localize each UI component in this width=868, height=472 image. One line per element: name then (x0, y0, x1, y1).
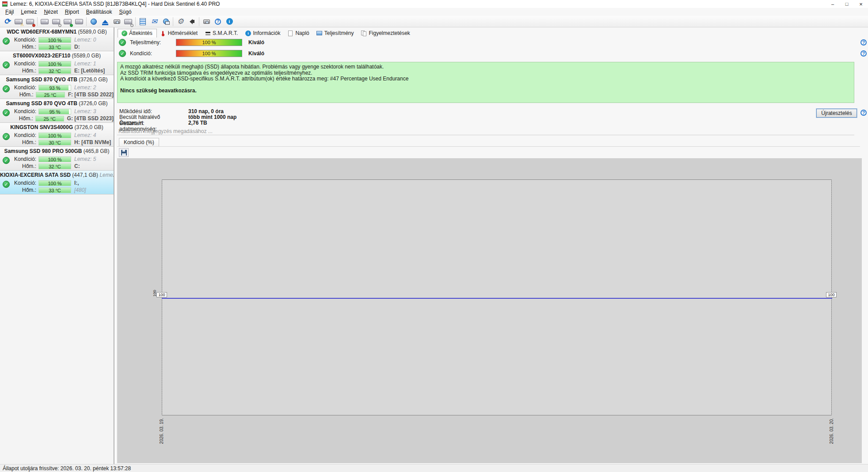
comment-field[interactable]: Kattintson megjegyzés megadásához ... (117, 128, 854, 135)
disk-entry-2[interactable]: Samsung SSD 870 QVO 4TB (3726,0 GB) Kond… (0, 75, 114, 99)
gridline (162, 179, 162, 415)
disk-entry-4[interactable]: KINGSTON SNV3S4000G (3726,0 GB) Kondíció… (0, 123, 114, 147)
menu-lemez[interactable]: Lemez (17, 8, 40, 15)
gridline (831, 179, 832, 415)
disk-offline-icon[interactable] (73, 16, 85, 27)
tab-informaciok[interactable]: Információk (242, 29, 284, 38)
temp-bar: 32 °C (38, 164, 71, 169)
save-chart-button[interactable] (119, 148, 129, 157)
camera-disk-icon[interactable] (111, 16, 122, 27)
disk-size: (447,1 GB) (72, 172, 98, 178)
tab-attekintes[interactable]: Áttekintés (118, 29, 157, 38)
health-ok-icon (3, 133, 10, 140)
drive-letter: F: [4TB SSD 2022] (68, 91, 114, 98)
summary-line: A kondíciót a következő SSD-specifikus S… (120, 76, 851, 82)
disk-usb-icon[interactable] (122, 16, 134, 27)
temp-bar: 25 °C (36, 92, 65, 98)
disk-warning-icon[interactable] (13, 16, 24, 27)
help-icon[interactable] (860, 39, 867, 46)
disk-name: KINGSTON SNV3S4000G (10, 124, 73, 130)
disk-report-icon[interactable] (24, 16, 36, 27)
x-axis-date-label: 2026. 03. 20. (829, 418, 834, 444)
window-title: Lemez: 6, KIOXIA-EXCERIA SATA SSD [81JB7… (10, 1, 220, 7)
menu-sugo[interactable]: Súgó (115, 8, 135, 15)
pages-icon (361, 30, 367, 36)
disk-size: (3726,0 GB) (79, 100, 107, 107)
tab-homerseklet[interactable]: Hőmérséklet (157, 29, 202, 38)
status-text: Állapot utoljára frissítve: 2026. 03. 20… (3, 465, 131, 472)
summary-line: A mozgó alkatrész nélküli meghajtó (SSD)… (120, 64, 851, 70)
close-button[interactable] (854, 0, 868, 8)
screenshot-camera-icon[interactable] (201, 16, 212, 27)
disk-clock-icon[interactable] (50, 16, 62, 27)
menu-fajl[interactable]: Fájl (2, 8, 17, 15)
condition-label: Kondíció: (11, 156, 36, 162)
title-bar: Lemez: 6, KIOXIA-EXCERIA SATA SSD [81JB7… (0, 0, 868, 8)
condition-bar: 100 % (176, 50, 242, 57)
temp-label: Hőm.: (11, 139, 36, 145)
toolbar-separator (37, 17, 38, 26)
condition-label: Kondíció: (11, 108, 36, 114)
notes-icon[interactable] (137, 16, 148, 27)
summary-line: Az SSD TRIM funkciója támogatva és enged… (120, 70, 851, 76)
toolbar-separator (135, 17, 136, 26)
temp-bar: 25 °C (35, 116, 64, 122)
retest-button[interactable]: Újratesztelés (816, 109, 857, 118)
condition-bar: 100 % (38, 37, 71, 43)
drive-letter: D: (74, 44, 80, 50)
tab-naplo[interactable]: Napló (284, 29, 313, 38)
condition-rating: Kiváló (248, 50, 264, 57)
disk-entry-0[interactable]: WDC WD60EFRX-68MYMN1 (5589,0 GB) Kondíci… (0, 27, 114, 51)
eject-icon[interactable] (99, 16, 111, 27)
disk-entry-1[interactable]: ST6000VX0023-2EF110 (5589,0 GB) Kondíció… (0, 51, 114, 75)
condition-label: Kondíció: (11, 180, 36, 186)
mail-icon[interactable] (148, 16, 160, 27)
app-window: Lemez: 6, KIOXIA-EXCERIA SATA SSD [81JB7… (0, 0, 868, 472)
refresh-icon[interactable] (1, 16, 13, 27)
health-ok-icon (3, 38, 10, 45)
condition-label: Kondíció: (11, 132, 36, 138)
minimize-button[interactable] (826, 0, 840, 8)
settings-gear-icon[interactable] (175, 16, 186, 27)
x-axis-date-label: 2026. 03. 19. (159, 418, 164, 444)
health-summary-box: A mozgó alkatrész nélküli meghajtó (SSD)… (117, 62, 854, 103)
temp-bar: 33 °C (38, 44, 71, 50)
main-panel: Áttekintés Hőmérséklet S.M.A.R.T. Inform… (115, 27, 868, 464)
disk-entry-6-selected[interactable]: KIOXIA-EXCERIA SATA SSD (447,1 GB) Lemez… (0, 171, 114, 194)
health-ok-icon (3, 157, 10, 164)
network-globe-icon[interactable] (160, 16, 171, 27)
tab-smart[interactable]: S.M.A.R.T. (202, 29, 242, 38)
help-icon[interactable] (860, 50, 867, 57)
info-circle-icon (245, 30, 251, 36)
condition-label: Kondíció: (11, 84, 36, 91)
menu-beallitasok[interactable]: Beállítások (83, 8, 116, 15)
check-circle-icon (119, 39, 126, 46)
condition-bar: 100 % (38, 180, 71, 186)
disk-entry-3[interactable]: Samsung SSD 870 QVO 4TB (3726,0 GB) Kond… (0, 99, 114, 123)
help-icon[interactable] (860, 110, 867, 116)
tab-bar: Áttekintés Hőmérséklet S.M.A.R.T. Inform… (118, 29, 414, 38)
tab-figyelmeztetesek[interactable]: Figyelmeztetések (358, 29, 414, 38)
tab-teljesitmeny[interactable]: Teljesítmény (313, 29, 358, 38)
disk-name: WDC WD60EFRX-68MYMN1 (7, 29, 76, 35)
condition-label: Kondíció: (11, 61, 36, 67)
sound-icon[interactable] (186, 16, 198, 27)
disk-number: Lemez: 3 (74, 108, 96, 114)
disk-size: (3726,0 GB) (74, 124, 103, 130)
info-icon[interactable] (224, 16, 235, 27)
condition-line (162, 298, 832, 299)
stat-power-on-time: Működési idő: 310 nap, 0 óra (119, 108, 429, 114)
help-icon[interactable] (212, 16, 224, 27)
disk-ok-icon[interactable] (62, 16, 73, 27)
menu-nezet[interactable]: Nézet (40, 8, 61, 15)
menu-riport[interactable]: Riport (61, 8, 83, 15)
maximize-button[interactable] (840, 0, 854, 8)
disk-entry-5[interactable]: Samsung SSD 980 PRO 500GB (465,8 GB) Kon… (0, 147, 114, 171)
disk-number: Lemez: 2 (74, 84, 96, 91)
disk-size: (465,8 GB) (84, 148, 110, 154)
temp-bar: 33 °C (38, 187, 71, 193)
disk-detect-icon[interactable] (39, 16, 50, 27)
chart-title-tab[interactable]: Kondíció (%) (119, 138, 159, 146)
performance-bar: 100 % (176, 39, 242, 46)
globe-disk-icon[interactable] (88, 16, 99, 27)
